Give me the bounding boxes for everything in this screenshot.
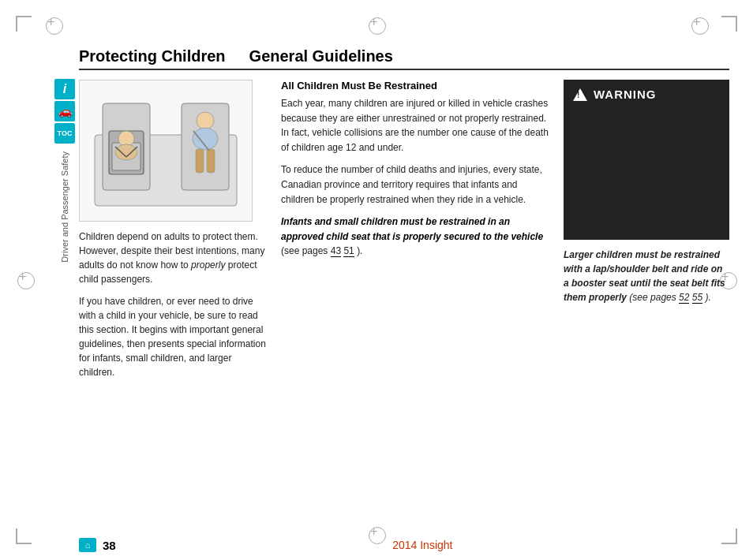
car-icon[interactable]: 🚗: [54, 101, 75, 121]
car-seat-illustration: [87, 88, 245, 214]
page-number: 38: [103, 539, 116, 552]
crosshair-ml: [17, 272, 33, 288]
col-right: WARNING Larger children must be restrain…: [564, 80, 729, 387]
middle-bold-para: Infants and small children must be restr…: [281, 215, 551, 259]
sidebar: i 🚗 TOC Driver and Passenger Safety: [54, 79, 76, 513]
warning-box: WARNING: [564, 80, 729, 240]
page-header: Protecting Children General Guidelines: [79, 47, 729, 70]
content-grid: Children depend on adults to protect the…: [79, 80, 729, 387]
middle-para2: To reduce the number of child deaths and…: [281, 162, 551, 207]
corner-mark-bl: [16, 521, 39, 544]
middle-para1: Each year, many children are injured or …: [281, 96, 551, 155]
page-ref-43[interactable]: 43: [331, 245, 341, 257]
middle-heading: All Children Must Be Restrained: [281, 80, 551, 91]
svg-point-9: [197, 112, 214, 129]
svg-rect-12: [207, 149, 215, 173]
middle-bold-text: Infants and small children must be restr…: [281, 216, 543, 242]
warning-triangle-icon: [573, 88, 587, 101]
info-icon[interactable]: i: [54, 79, 75, 99]
toc-icon[interactable]: TOC: [54, 123, 75, 144]
left-para1: Children depend on adults to protect the…: [79, 230, 268, 286]
corner-mark-tl: [16, 16, 39, 39]
crosshair-tm: [369, 17, 384, 33]
home-icon-label: ⌂: [85, 540, 91, 550]
page-ref-52[interactable]: 52: [679, 292, 689, 304]
warning-title: WARNING: [594, 88, 657, 101]
col-left: Children depend on adults to protect the…: [79, 80, 268, 387]
footer-left: ⌂ 38: [79, 538, 116, 552]
main-content: Protecting Children General Guidelines: [79, 47, 729, 513]
crosshair-tr: [691, 17, 707, 33]
home-icon[interactable]: ⌂: [79, 538, 96, 552]
illustration-box: [79, 80, 253, 222]
page: i 🚗 TOC Driver and Passenger Safety Prot…: [0, 0, 753, 560]
corner-mark-tr: [714, 16, 737, 39]
crosshair-tl: [46, 17, 62, 33]
page-ref-55[interactable]: 55: [692, 292, 702, 304]
middle-ref: (see pages 43 51 ).: [281, 245, 362, 257]
left-para2: If you have children, or ever need to dr…: [79, 294, 268, 379]
footer-title: 2014 Insight: [392, 539, 452, 551]
svg-point-6: [115, 144, 137, 160]
left-column-text: Children depend on adults to protect the…: [79, 230, 268, 379]
header-general: General Guidelines: [249, 47, 393, 65]
page-ref-51[interactable]: 51: [343, 245, 354, 257]
sidebar-section-label: Driver and Passenger Safety: [60, 151, 69, 263]
warning-header: WARNING: [573, 88, 720, 101]
warning-caption-suffix: (see pages 52 55 ).: [629, 292, 710, 304]
footer-center: 2014 Insight: [392, 539, 452, 551]
svg-rect-11: [196, 149, 204, 173]
header-protecting: Protecting Children: [79, 47, 226, 65]
page-footer: ⌂ 38 2014 Insight: [79, 538, 729, 552]
warning-caption: Larger children must be restrained with …: [564, 248, 729, 304]
col-middle: All Children Must Be Restrained Each yea…: [281, 80, 551, 387]
warning-body: [573, 107, 720, 233]
